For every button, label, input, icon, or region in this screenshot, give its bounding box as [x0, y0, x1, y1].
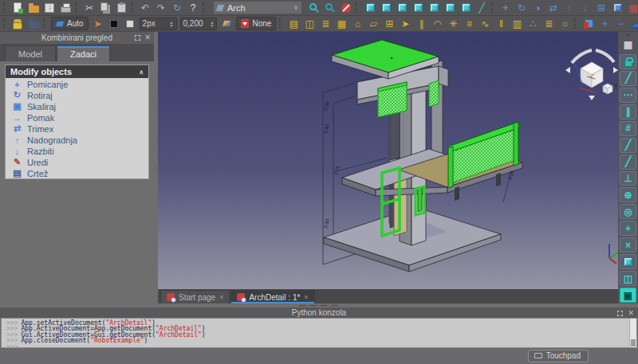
- toolbar-grip[interactable]: [574, 18, 578, 29]
- console-close-icon[interactable]: ✕: [628, 309, 634, 317]
- arch-site-icon[interactable]: ✳: [446, 17, 460, 31]
- arch-roof-icon[interactable]: ⌂: [350, 17, 364, 31]
- task-item-pomicanje[interactable]: +Pomicanje: [6, 78, 148, 89]
- snap-center-icon[interactable]: ⊕: [620, 187, 636, 202]
- workbench-selector[interactable]: Arch∨: [213, 1, 302, 14]
- fit-all-icon[interactable]: [363, 1, 377, 15]
- toolbar-grip[interactable]: [356, 2, 360, 13]
- draft-construction-icon[interactable]: ➤: [91, 17, 105, 31]
- snapbar-grip[interactable]: ••: [626, 33, 630, 37]
- downgrade-icon[interactable]: ↓: [578, 1, 593, 15]
- heal-icon[interactable]: ▦: [626, 1, 638, 15]
- line-width-spinner[interactable]: 2px▲▼: [140, 18, 177, 30]
- rotate-icon[interactable]: ↻: [514, 1, 529, 15]
- toolbar-grip[interactable]: [279, 18, 283, 29]
- offset-icon[interactable]: ⇄: [546, 1, 561, 15]
- new-file-icon[interactable]: [10, 1, 25, 15]
- scale-value-spinner[interactable]: 0,200▲▼: [180, 18, 218, 30]
- snap-dimensions-icon[interactable]: ◫: [620, 271, 636, 286]
- open-file-icon[interactable]: [26, 1, 41, 15]
- redo-icon[interactable]: ↷: [154, 1, 168, 15]
- remove-component-icon[interactable]: −: [613, 17, 628, 31]
- view-axonometric-icon[interactable]: [379, 1, 393, 15]
- cut-icon[interactable]: ✂: [82, 1, 96, 15]
- dock-close-icon[interactable]: ✕: [144, 33, 151, 41]
- toolbar-grip[interactable]: [43, 18, 47, 29]
- console-scrollbar[interactable]: [629, 319, 636, 347]
- arch-folder-icon[interactable]: [26, 17, 41, 31]
- snap-none-combo[interactable]: None: [236, 17, 276, 30]
- construction-mode-icon[interactable]: ▣: [620, 288, 636, 303]
- snap-parallel-icon[interactable]: ∥: [620, 104, 636, 119]
- arch-coins-icon[interactable]: [10, 17, 25, 31]
- survey-icon[interactable]: [629, 17, 638, 31]
- draft-to-sketch-icon[interactable]: ⊞: [594, 1, 608, 15]
- print-icon[interactable]: [58, 1, 73, 15]
- copy-icon[interactable]: [98, 1, 112, 15]
- task-item-pomak[interactable]: →Pomak: [6, 112, 148, 123]
- measure-icon[interactable]: ╱: [475, 1, 489, 15]
- arch-pipes-icon[interactable]: ∥: [414, 17, 428, 31]
- collapse-icon[interactable]: ∧: [139, 68, 144, 76]
- task-item-skaliraj[interactable]: ▣Skaliraj: [6, 100, 148, 112]
- snap-perpendicular-icon[interactable]: ⊥: [620, 171, 636, 186]
- view-right-icon[interactable]: [427, 1, 441, 15]
- task-item-trimex[interactable]: ⇄Trimex: [6, 123, 148, 134]
- section-cut-icon[interactable]: [581, 17, 596, 31]
- touchpad-button[interactable]: Touchpad: [528, 350, 589, 362]
- task-item-rotiraj[interactable]: ↻Rotiraj: [6, 89, 148, 100]
- snap-concentric-icon[interactable]: ◎: [620, 204, 636, 219]
- console-float-icon[interactable]: [617, 311, 623, 316]
- tab-zadaci[interactable]: Zadaci: [57, 45, 110, 61]
- snap-working-plane-icon[interactable]: ╱: [620, 138, 636, 153]
- arch-wall-icon[interactable]: ▤: [286, 17, 301, 31]
- toolbar-grip[interactable]: [3, 2, 7, 13]
- snap-near-icon[interactable]: ×: [620, 237, 636, 252]
- task-item-razbiti[interactable]: ↓Razbiti: [6, 145, 148, 156]
- arch-structure-icon[interactable]: ◫: [302, 17, 317, 31]
- snap-angle-icon[interactable]: ╱: [620, 155, 636, 170]
- arch-rebar-icon[interactable]: ≣: [318, 17, 333, 31]
- snap-intersection-icon[interactable]: +: [620, 221, 636, 236]
- line-color-icon[interactable]: [107, 17, 121, 31]
- whats-this-icon[interactable]: ?: [186, 1, 200, 15]
- arch-points-icon[interactable]: ∴: [526, 17, 540, 31]
- toolbar-grip[interactable]: [491, 2, 495, 13]
- draft-edit-icon[interactable]: [307, 1, 321, 15]
- document-tab[interactable]: Start page×: [160, 290, 230, 303]
- toolbar-grip[interactable]: [3, 18, 7, 29]
- arch-stairs-icon[interactable]: ≡: [462, 17, 476, 31]
- task-item-uredi[interactable]: ✎Uredi: [6, 156, 148, 167]
- toolbar-grip[interactable]: [75, 2, 79, 13]
- close-icon[interactable]: ×: [219, 293, 223, 301]
- arch-panel-icon[interactable]: ▱: [366, 17, 380, 31]
- toggle-grid-icon[interactable]: ▦: [620, 37, 636, 53]
- arch-frame-icon[interactable]: ▦: [334, 17, 349, 31]
- toolbar-grip[interactable]: [131, 2, 135, 13]
- save-icon[interactable]: [42, 1, 57, 15]
- tab-model[interactable]: Model: [5, 45, 56, 61]
- face-color-icon[interactable]: [123, 17, 137, 31]
- snap-grid-icon[interactable]: #: [620, 121, 636, 136]
- toolbar-grip[interactable]: [203, 2, 207, 13]
- draft-zoom-icon[interactable]: [323, 1, 337, 15]
- snap-endpoint-icon[interactable]: ╱: [620, 71, 636, 86]
- undo-icon[interactable]: ↶: [138, 1, 152, 15]
- task-item-nadogradnja[interactable]: ↑Nadogradnja: [6, 134, 148, 145]
- arch-window-icon[interactable]: ⊞: [382, 17, 396, 31]
- 3d-viewport[interactable]: 0.50 0.40 1.75 0.30 0.25: [158, 32, 618, 289]
- add-component-icon[interactable]: +: [597, 17, 612, 31]
- snap-midpoint-icon[interactable]: ⋯: [620, 88, 636, 103]
- arch-pipe-icon[interactable]: ○: [557, 17, 572, 31]
- task-item-crtež[interactable]: ▤Crtež: [6, 167, 148, 178]
- stop-operation-icon[interactable]: [339, 1, 353, 15]
- lock-icon[interactable]: [620, 54, 636, 69]
- arch-schedule-icon[interactable]: ≣: [542, 17, 556, 31]
- paste-icon[interactable]: [114, 1, 128, 15]
- arch-grid-icon[interactable]: ▥: [510, 17, 524, 31]
- view-top-icon[interactable]: [411, 1, 425, 15]
- arch-curve-icon[interactable]: ∿: [478, 17, 492, 31]
- view-rear-icon[interactable]: [443, 1, 457, 15]
- arch-axis-icon[interactable]: ‖: [494, 17, 508, 31]
- auto-group-button[interactable]: Auto: [51, 17, 89, 30]
